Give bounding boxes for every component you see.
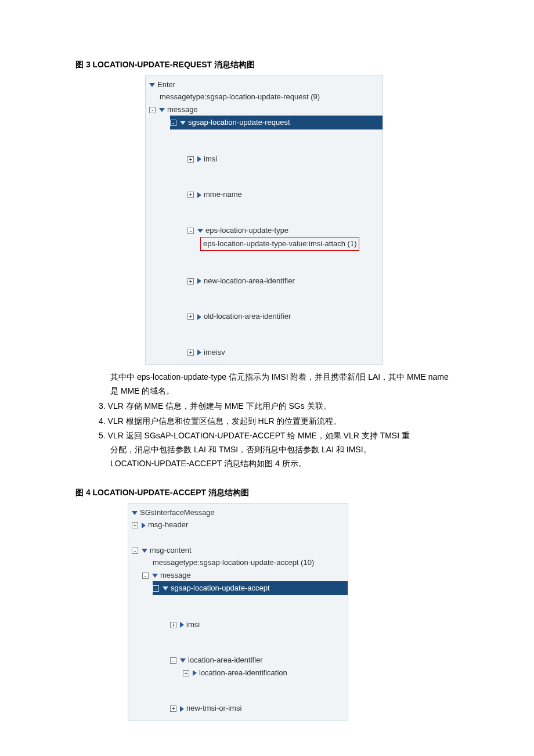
tree-row[interactable]: -message	[142, 569, 344, 582]
node-label: SGsInterfaceMessage	[140, 508, 215, 517]
tree-row[interactable]: +imeisv	[187, 346, 379, 359]
expand-icon[interactable]: +	[187, 278, 194, 285]
selected-tree-row[interactable]: -sgsap-location-update-accept	[153, 581, 348, 595]
expand-icon[interactable]: +	[170, 622, 176, 628]
collapse-icon[interactable]: -	[142, 573, 149, 579]
tree-row[interactable]: +new-tmsi-or-imsi	[170, 702, 344, 715]
tree-row[interactable]: +old-location-area-identifier	[187, 310, 379, 323]
node-label: eps-location-update-type	[205, 226, 288, 235]
triangle-down-icon	[163, 586, 168, 591]
node-label: imeisv	[204, 348, 225, 357]
tree-row[interactable]: -message	[149, 103, 379, 116]
node-label: location-area-identifier	[188, 656, 263, 664]
expand-icon[interactable]: +	[132, 522, 138, 528]
tree-row[interactable]: -msg-content	[132, 544, 344, 557]
tree-row: eps-location-update-type-value:imsi-atta…	[200, 236, 379, 251]
tree-row[interactable]: SGsInterfaceMessage	[132, 506, 344, 519]
highlighted-value: eps-location-update-type-value:imsi-atta…	[200, 237, 359, 251]
tree-row[interactable]: +mme-name	[187, 188, 379, 201]
collapse-icon[interactable]: -	[170, 657, 176, 664]
tree-row[interactable]: +new-location-area-identifier	[187, 275, 379, 287]
node-label: old-location-area-identifier	[204, 312, 291, 321]
expand-icon[interactable]: +	[170, 705, 176, 712]
node-label: messagetype:sgsap-location-update-reques…	[160, 92, 320, 101]
collapse-icon[interactable]: -	[132, 548, 138, 554]
list-item-5: 5. VLR 返回 SGsAP-LOCATION-UPDATE-ACCEPT 给…	[99, 429, 459, 443]
node-label: msg-content	[150, 546, 192, 555]
node-label: imsi	[204, 154, 217, 163]
expand-icon[interactable]: +	[187, 156, 194, 163]
selected-tree-row[interactable]: -sgsap-location-update-request	[170, 116, 383, 129]
triangle-down-icon	[132, 511, 138, 515]
node-label: new-tmsi-or-imsi	[186, 704, 241, 712]
node-label: mme-name	[204, 190, 242, 199]
list-item-4: 4. VLR 根据用户信息和位置区信息，发起到 HLR 的位置更新流程。	[99, 415, 459, 429]
triangle-right-icon	[197, 156, 201, 162]
figure-4-tree-panel: SGsInterfaceMessage +msg-header -msg-con…	[128, 503, 348, 721]
triangle-down-icon	[180, 121, 186, 125]
tree-row[interactable]: +imsi	[187, 153, 379, 165]
triangle-down-icon	[180, 658, 186, 663]
triangle-down-icon	[152, 574, 158, 578]
node-label: new-location-area-identifier	[204, 276, 295, 285]
node-label: message	[167, 105, 198, 114]
tree-row[interactable]: +location-area-identification	[183, 667, 344, 679]
node-label: location-area-identification	[199, 668, 287, 677]
triangle-down-icon	[159, 108, 165, 112]
expand-icon[interactable]: +	[187, 192, 194, 198]
collapse-icon[interactable]: -	[187, 228, 194, 234]
list-item-5-cont: 分配，消息中包括参数 LAI 和 TMSI，否则消息中包括参数 LAI 和 IM…	[110, 443, 459, 457]
triangle-right-icon	[197, 278, 201, 284]
triangle-right-icon	[193, 670, 197, 676]
paragraph: 其中中 eps-location-update-type 信元指示为 IMSI …	[110, 370, 459, 398]
triangle-down-icon	[197, 229, 203, 233]
triangle-right-icon	[142, 523, 146, 528]
tree-row: messagetype:sgsap-location-update-reques…	[160, 91, 379, 103]
triangle-down-icon	[142, 549, 147, 553]
figure-3-tree-panel: Enter messagetype:sgsap-location-update-…	[145, 75, 383, 365]
tree-row[interactable]: +msg-header	[132, 519, 344, 531]
figure-4-caption: 图 4 LOCATION-UPDATE-ACCEPT 消息结构图	[75, 486, 459, 500]
triangle-right-icon	[197, 350, 201, 355]
node-label: sgsap-location-update-request	[188, 118, 290, 127]
tree-row[interactable]: -eps-location-update-type	[187, 224, 379, 237]
expand-icon[interactable]: +	[187, 314, 194, 320]
collapse-icon[interactable]: -	[170, 120, 176, 126]
triangle-right-icon	[180, 706, 184, 712]
triangle-down-icon	[149, 83, 155, 87]
list-item-3: 3. VLR 存储 MME 信息，并创建与 MME 下此用户的 SGs 关联。	[99, 399, 459, 413]
node-label: msg-header	[148, 520, 188, 529]
tree-row[interactable]: Enter	[149, 78, 379, 91]
tree-row[interactable]: +imsi	[170, 618, 344, 631]
node-label: imsi	[186, 620, 200, 629]
tree-row: messagetype:sgsap-location-update-accept…	[153, 556, 344, 569]
node-label: message	[160, 571, 191, 579]
node-label: messagetype:sgsap-location-update-accept…	[153, 558, 314, 567]
collapse-icon[interactable]: -	[149, 107, 156, 113]
expand-icon[interactable]: +	[187, 350, 194, 356]
node-label: Enter	[157, 80, 175, 89]
list-item-5-cont: LOCATION-UPDATE-ACCEPT 消息结构如图 4 所示。	[110, 457, 459, 471]
collapse-icon[interactable]: -	[153, 585, 159, 592]
figure-3-caption: 图 3 LOCATION-UPDATE-REQUEST 消息结构图	[75, 58, 459, 72]
triangle-right-icon	[197, 192, 201, 198]
node-label: sgsap-location-update-accept	[171, 584, 270, 592]
tree-row[interactable]: -location-area-identifier	[170, 654, 344, 667]
triangle-right-icon	[180, 622, 184, 628]
expand-icon[interactable]: +	[183, 670, 189, 676]
triangle-right-icon	[197, 314, 201, 320]
